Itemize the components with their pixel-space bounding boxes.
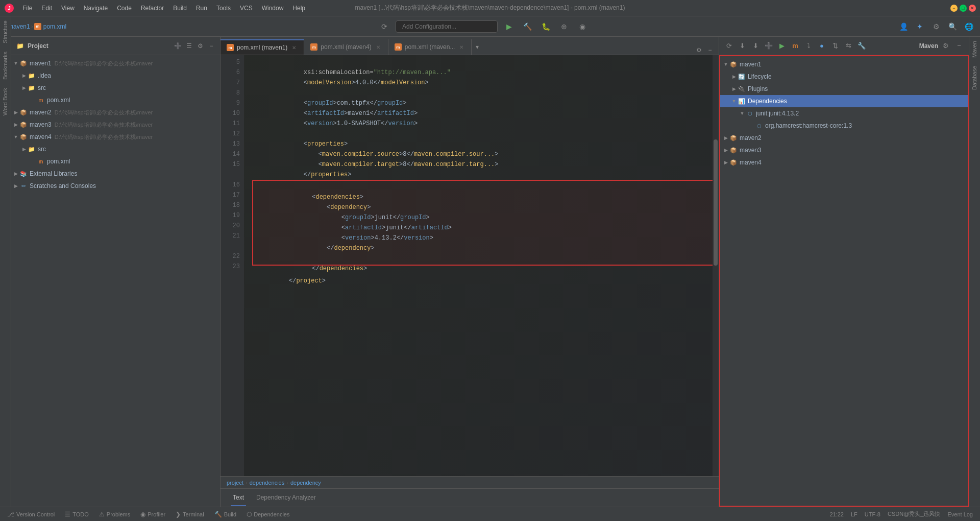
tree-item-maven4[interactable]: ▼ 📦 maven4 D:\代码\hsp培训\必学必会技术栈\maver bbox=[11, 131, 220, 143]
tree-item-maven1[interactable]: ▼ 📦 maven1 D:\代码\hsp培训\必学必会技术栈\maver bbox=[11, 57, 220, 69]
run-configuration-input[interactable] bbox=[396, 20, 498, 33]
breadcrumb-maven1[interactable]: maven1 bbox=[8, 23, 30, 30]
bookmarks-label[interactable]: Bookmarks bbox=[0, 48, 11, 84]
maven-collapse-icon[interactable]: ⇆ bbox=[843, 40, 854, 52]
build-status[interactable]: 🔨 Build bbox=[211, 507, 239, 521]
code-editor[interactable]: 5 6 7 8 9 10 11 12 13 14 15 16 17 18 19 … bbox=[220, 55, 719, 476]
maven-refresh-icon[interactable]: ⟳ bbox=[723, 40, 734, 52]
maven-sidebar-label[interactable]: Maven bbox=[969, 37, 980, 62]
line-ending[interactable]: LF bbox=[848, 511, 861, 517]
menu-tools[interactable]: Tools bbox=[212, 3, 235, 14]
username-status[interactable]: CSDN@秃头_迅风快 bbox=[885, 510, 943, 518]
tree-item-src1[interactable]: ▶ 📁 src bbox=[11, 82, 220, 94]
menu-code[interactable]: Code bbox=[113, 3, 136, 14]
tree-item-src4[interactable]: ▶ 📁 src bbox=[11, 143, 220, 155]
tree-item-idea[interactable]: ▶ 📁 .idea bbox=[11, 69, 220, 82]
maven-item-junit[interactable]: ▼ ⬡ junit:junit:4.13.2 bbox=[720, 107, 968, 120]
maven-item-maven4[interactable]: ▶ 📦 maven4 bbox=[720, 156, 968, 169]
menu-navigate[interactable]: Navigate bbox=[80, 3, 112, 14]
maven-item-maven3[interactable]: ▶ 📦 maven3 bbox=[720, 144, 968, 156]
build-button[interactable]: 🔨 bbox=[520, 19, 534, 34]
editor-tab-maven1-pom[interactable]: m pom.xml (maven1) ✕ bbox=[220, 39, 304, 55]
maven-toggle-icon[interactable]: ● bbox=[816, 40, 827, 52]
coverage-button[interactable]: ⊕ bbox=[557, 19, 571, 34]
code-content[interactable]: xsi:schemaLocation="http://maven.apa..."… bbox=[244, 55, 719, 476]
tab-close-2[interactable]: ✕ bbox=[375, 43, 382, 51]
menu-build[interactable]: Build bbox=[169, 3, 191, 14]
collapse-icon[interactable]: − bbox=[207, 41, 216, 51]
tree-item-pom1[interactable]: ▶ m pom.xml bbox=[11, 94, 220, 106]
minimize-button[interactable]: − bbox=[950, 5, 958, 12]
vcs-icon[interactable]: ✦ bbox=[913, 19, 927, 34]
new-icon[interactable]: ➕ bbox=[173, 41, 182, 51]
version-control-status[interactable]: ⎇ Version Control bbox=[4, 507, 58, 521]
profiler-status[interactable]: ◉ Profiler bbox=[137, 507, 168, 521]
menu-view[interactable]: View bbox=[57, 3, 79, 14]
charset-status[interactable]: UTF-8 bbox=[862, 511, 884, 517]
editor-tab-maven-pom[interactable]: m pom.xml (maven... ✕ bbox=[388, 39, 472, 55]
editor-hide-icon[interactable]: − bbox=[705, 45, 715, 55]
menu-edit[interactable]: Edit bbox=[37, 3, 56, 14]
editor-scroll-thumb[interactable] bbox=[714, 139, 718, 266]
maven-gear-icon[interactable]: ⚙ bbox=[940, 40, 951, 52]
toolbar-refresh-btn[interactable]: ⟳ bbox=[377, 19, 391, 34]
breadcrumb-dependencies[interactable]: dependencies bbox=[250, 480, 285, 486]
maven-item-maven2[interactable]: ▶ 📦 maven2 bbox=[720, 132, 968, 144]
tree-item-maven3[interactable]: ▶ 📦 maven3 D:\代码\hsp培训\必学必会技术栈\maver bbox=[11, 119, 220, 131]
menu-file[interactable]: File bbox=[18, 3, 36, 14]
menu-vcs[interactable]: VCS bbox=[236, 3, 257, 14]
project-expand-icon[interactable]: 📁 bbox=[15, 41, 24, 51]
maven-item-dependencies[interactable]: ▼ 📊 Dependencies bbox=[720, 95, 968, 107]
menu-refactor[interactable]: Refactor bbox=[137, 3, 168, 14]
run-button[interactable]: ▶ bbox=[502, 19, 516, 34]
wordbook-label[interactable]: Word Book bbox=[0, 84, 11, 120]
maven-settings-icon[interactable]: 🔧 bbox=[856, 40, 867, 52]
maven-item-hamcrest[interactable]: ▶ ⬡ org.hamcrest:hamcrest-core:1.3 bbox=[720, 120, 968, 132]
tree-item-scratches[interactable]: ▶ ✏ Scratches and Consoles bbox=[11, 180, 220, 192]
filter-icon[interactable]: ⚙ bbox=[195, 41, 205, 51]
editor-tab-maven4-pom[interactable]: m pom.xml (maven4) ✕ bbox=[304, 39, 388, 55]
bottom-tab-text[interactable]: Text bbox=[231, 490, 246, 506]
tab-close-1[interactable]: ✕ bbox=[290, 44, 298, 51]
settings-icon[interactable]: ⚙ bbox=[929, 19, 943, 34]
tabs-more-button[interactable]: ▾ bbox=[472, 39, 483, 55]
editor-scrollbar[interactable] bbox=[713, 55, 719, 476]
maven-add-icon[interactable]: ➕ bbox=[763, 40, 774, 52]
menu-run[interactable]: Run bbox=[192, 3, 211, 14]
tree-item-external-libs[interactable]: ▶ 📚 External Libraries bbox=[11, 168, 220, 180]
maven-download-sources-icon[interactable]: ⬇ bbox=[750, 40, 761, 52]
maven-run-icon[interactable]: ▶ bbox=[776, 40, 788, 52]
problems-status[interactable]: ⚠ Problems bbox=[96, 507, 133, 521]
editor-settings-icon[interactable]: ⚙ bbox=[694, 45, 703, 55]
database-sidebar-label[interactable]: Database bbox=[969, 62, 980, 94]
maven-download-icon[interactable]: ⬇ bbox=[737, 40, 748, 52]
breadcrumb-pomxml[interactable]: pom.xml bbox=[43, 23, 66, 30]
tree-item-maven2[interactable]: ▶ 📦 maven2 D:\代码\hsp培训\必学必会技术栈\maver bbox=[11, 106, 220, 119]
maximize-button[interactable]: □ bbox=[960, 5, 967, 12]
maven-expand-icon[interactable]: ⇅ bbox=[829, 40, 841, 52]
maven-item-plugins[interactable]: ▶ 🔌 Plugins bbox=[720, 83, 968, 95]
account-icon[interactable]: 👤 bbox=[896, 19, 911, 34]
tab-close-3[interactable]: ✕ bbox=[458, 43, 465, 51]
maven-item-lifecycle[interactable]: ▶ 🔄 Lifecycle bbox=[720, 70, 968, 83]
search-icon[interactable]: 🔍 bbox=[945, 19, 960, 34]
structure-label[interactable]: Structure bbox=[0, 16, 11, 48]
debug-button[interactable]: 🐛 bbox=[538, 19, 553, 34]
todo-status[interactable]: ☰ TODO bbox=[62, 507, 92, 521]
terminal-status[interactable]: ❯ Terminal bbox=[173, 507, 207, 521]
list-icon[interactable]: ☰ bbox=[184, 41, 193, 51]
maven-m-icon[interactable]: m bbox=[790, 40, 801, 52]
close-button[interactable]: ✕ bbox=[969, 5, 976, 12]
bottom-tab-dependency-analyzer[interactable]: Dependency Analyzer bbox=[254, 490, 318, 506]
event-log-status[interactable]: Event Log bbox=[944, 511, 976, 517]
tree-item-pom4[interactable]: ▶ m pom.xml bbox=[11, 155, 220, 168]
menu-window[interactable]: Window bbox=[258, 3, 288, 14]
profile-button[interactable]: ◉ bbox=[575, 19, 590, 34]
translate-icon[interactable]: 🌐 bbox=[962, 19, 976, 34]
breadcrumb-dependency[interactable]: dependency bbox=[290, 480, 321, 486]
cursor-position[interactable]: 21:22 bbox=[826, 511, 847, 517]
breadcrumb-project[interactable]: project bbox=[227, 480, 243, 486]
menu-help[interactable]: Help bbox=[288, 3, 309, 14]
maven-skip-icon[interactable]: ⤵ bbox=[803, 40, 814, 52]
maven-item-maven1[interactable]: ▼ 📦 maven1 bbox=[720, 58, 968, 70]
